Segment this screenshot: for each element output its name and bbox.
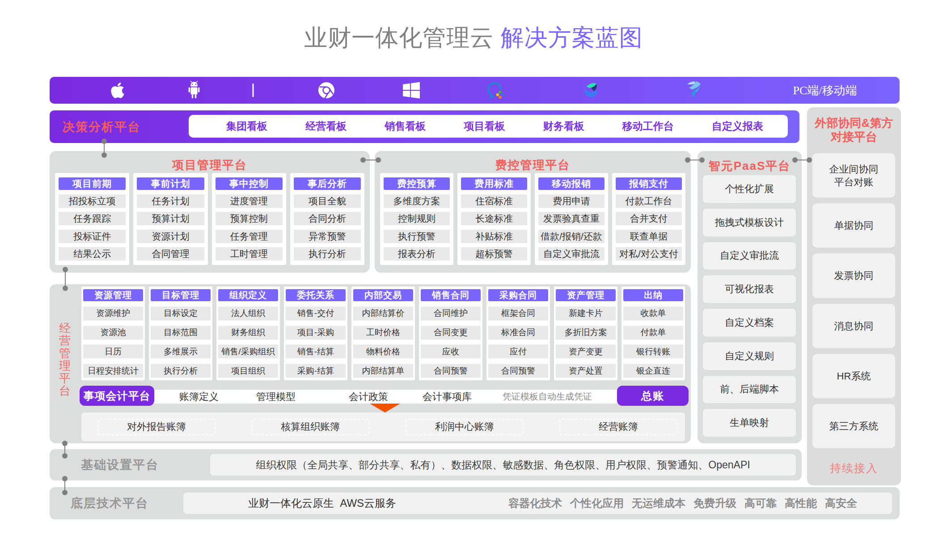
accounting-item[interactable]: 管理模型 (256, 390, 296, 404)
column-item[interactable]: 目标设定 (151, 307, 211, 320)
column-item[interactable]: 执行预警 (384, 230, 450, 243)
column-item[interactable]: 执行分析 (294, 247, 361, 261)
column-item[interactable]: 采购-结算 (286, 364, 346, 378)
paas-item[interactable]: 自定义规则 (703, 342, 796, 370)
external-item[interactable]: 第三方系统 (812, 404, 895, 448)
column-item[interactable]: 预算控制 (216, 212, 283, 225)
column-item[interactable]: 付款单 (623, 326, 683, 340)
column-item[interactable]: 物料价格 (353, 345, 413, 358)
column-item[interactable]: 资源维护 (83, 307, 143, 320)
external-item[interactable]: HR系统 (812, 354, 895, 398)
dashboard-tab[interactable]: 财务看板 (543, 119, 584, 133)
dashboard-tab[interactable]: 项目看板 (464, 119, 505, 133)
column-item[interactable]: 项目全貌 (294, 194, 361, 208)
column-item[interactable]: 收款单 (623, 307, 683, 320)
paas-item[interactable]: 生单映射 (703, 409, 796, 437)
external-item[interactable]: 单据协同 (812, 203, 895, 248)
dashboard-tab[interactable]: 集团看板 (226, 119, 267, 133)
column-item[interactable]: 合同预警 (488, 364, 548, 378)
column-item[interactable]: 合同预警 (421, 364, 481, 378)
column-item[interactable]: 报表分析 (384, 247, 450, 261)
column-item[interactable]: 合同分析 (294, 212, 361, 225)
column-item[interactable]: 控制规则 (384, 212, 450, 225)
account-book[interactable]: 核算组织账簿 (251, 419, 369, 435)
column-item[interactable]: 费用申请 (538, 194, 605, 208)
column-item[interactable]: 招投标立项 (59, 194, 126, 208)
column-item[interactable]: 执行分析 (151, 364, 211, 378)
paas-item[interactable]: 拖拽式模板设计 (703, 209, 796, 236)
account-book[interactable]: 经营账簿 (559, 419, 677, 435)
column-item[interactable]: 工时价格 (353, 326, 413, 340)
column-item[interactable]: 借款/报销/还款 (538, 230, 605, 243)
account-book[interactable]: 利润中心账簿 (406, 419, 524, 435)
column-item[interactable]: 银行转账 (623, 345, 683, 358)
external-item[interactable]: 企业间协同平台对账 (812, 153, 895, 198)
column-item[interactable]: 项目组织 (218, 364, 278, 378)
dashboard-tab[interactable]: 自定义报表 (712, 119, 763, 133)
column-item[interactable]: 发票验真查重 (538, 212, 605, 225)
column-item[interactable]: 应付 (488, 345, 548, 358)
column-item[interactable]: 银企直连 (623, 364, 683, 378)
paas-item[interactable]: 前、后端脚本 (703, 376, 796, 404)
column-item[interactable]: 销售-结算 (286, 345, 346, 358)
column-item[interactable]: 多维度方案 (384, 194, 450, 208)
column-item[interactable]: 付款工作台 (616, 194, 682, 208)
dashboard-tab[interactable]: 移动工作台 (622, 119, 674, 133)
column-item[interactable]: 补贴标准 (461, 230, 527, 243)
paas-item[interactable]: 自定义档案 (703, 309, 796, 337)
column-item[interactable]: 法人组织 (218, 307, 278, 320)
column-item[interactable]: 合同维护 (421, 307, 481, 320)
column-item[interactable]: 结果公示 (59, 247, 126, 261)
column-item[interactable]: 项目-采购 (286, 326, 346, 340)
dashboard-tab[interactable]: 经营看板 (305, 119, 347, 133)
column-item[interactable]: 进度管理 (216, 194, 283, 208)
column-item[interactable]: 日程安排统计 (83, 364, 143, 378)
column-item[interactable]: 自定义审批流 (538, 247, 605, 261)
column-item[interactable]: 合同变更 (421, 326, 481, 340)
column-item[interactable]: 任务跟踪 (59, 212, 126, 225)
column-item[interactable]: 多维展示 (151, 345, 211, 358)
column-item[interactable]: 异常预警 (294, 230, 361, 243)
account-book[interactable]: 对外报告账簿 (97, 419, 216, 435)
accounting-item[interactable]: 账簿定义 (179, 390, 219, 404)
column-item[interactable]: 资源计划 (137, 230, 204, 243)
paas-item[interactable]: 自定义审批流 (703, 242, 796, 270)
column-item[interactable]: 联查单据 (616, 230, 682, 243)
column-item[interactable]: 日历 (83, 345, 143, 358)
column-item[interactable]: 应收 (421, 345, 481, 358)
column-item[interactable]: 预算计划 (137, 212, 204, 225)
accounting-item[interactable]: 会计事项库 (423, 390, 472, 404)
column-item[interactable]: 超标预警 (461, 247, 527, 261)
column-item[interactable]: 框架合同 (488, 307, 548, 320)
column-item[interactable]: 对私/对公支付 (616, 247, 682, 261)
column-item[interactable]: 投标证件 (59, 230, 126, 243)
column-item[interactable]: 新建卡片 (556, 307, 616, 320)
column-item[interactable]: 资源池 (83, 326, 143, 340)
column-item[interactable]: 资产处置 (556, 364, 616, 378)
external-item[interactable]: 发票协同 (812, 253, 895, 298)
event-accounting-platform-button[interactable]: 事项会计平台 (80, 386, 154, 406)
paas-item[interactable]: 个性化扩展 (703, 175, 796, 203)
column-item[interactable]: 长途标准 (461, 212, 527, 225)
external-item[interactable]: 消息协同 (812, 304, 895, 348)
column-item[interactable]: 内部结算单 (353, 364, 413, 378)
column-item[interactable]: 任务计划 (137, 194, 204, 208)
column-item[interactable]: 多折旧方案 (556, 326, 616, 340)
paas-item[interactable]: 可视化报表 (703, 275, 796, 303)
column-item[interactable]: 标准合同 (488, 326, 548, 340)
column-item[interactable]: 资产变更 (556, 345, 616, 358)
accounting-item[interactable]: 会计政策 (349, 390, 388, 404)
column-item[interactable]: 目标范围 (151, 326, 211, 340)
connector-dot (63, 286, 68, 291)
column-item[interactable]: 工时管理 (216, 247, 283, 261)
column-item[interactable]: 合并支付 (616, 212, 682, 225)
column-item[interactable]: 销售-交付 (286, 307, 346, 320)
column-item[interactable]: 内部结算价 (353, 307, 413, 320)
column-item[interactable]: 任务管理 (216, 230, 283, 243)
column-item[interactable]: 财务组织 (218, 326, 278, 340)
dashboard-tab[interactable]: 销售看板 (385, 119, 426, 133)
general-ledger-button[interactable]: 总账 (617, 386, 689, 406)
column-item[interactable]: 销售/采购组织 (218, 345, 278, 358)
column-item[interactable]: 合同管理 (137, 247, 204, 261)
column-item[interactable]: 住宿标准 (461, 194, 527, 208)
